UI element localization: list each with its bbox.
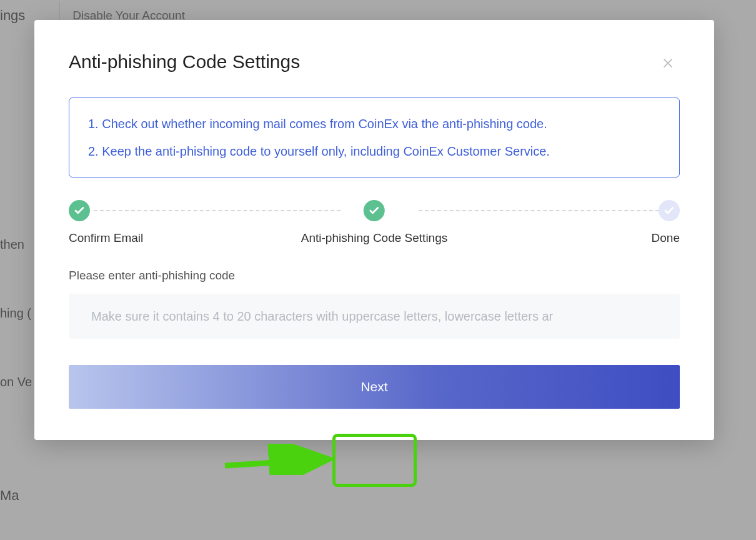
next-button[interactable]: Next (69, 365, 680, 409)
antiphishing-modal: Anti-phishing Code Settings 1. Check out… (34, 20, 714, 440)
info-line-2: 2. Keep the anti-phishing code to yourse… (88, 141, 660, 162)
step-circle-done (364, 200, 385, 221)
close-icon (662, 57, 674, 69)
check-icon (74, 205, 85, 216)
step-3: Done (652, 200, 680, 245)
step-connector (419, 210, 665, 211)
step-circle-done (69, 200, 90, 221)
stepper: Confirm Email Anti-phishing Code Setting… (69, 200, 680, 245)
antiphishing-code-input[interactable] (69, 294, 680, 339)
info-box: 1. Check out whether incoming mail comes… (69, 98, 680, 178)
close-button[interactable] (659, 54, 677, 72)
step-label: Done (652, 231, 680, 245)
step-1: Confirm Email (69, 200, 143, 245)
step-2: Anti-phishing Code Settings (301, 200, 447, 245)
step-label: Confirm Email (69, 231, 143, 245)
step-label: Anti-phishing Code Settings (301, 231, 447, 245)
check-icon (369, 205, 380, 216)
modal-title: Anti-phishing Code Settings (69, 51, 680, 72)
input-label: Please enter anti-phishing code (69, 269, 680, 282)
check-icon (664, 205, 675, 216)
next-button-label: Next (361, 379, 387, 394)
info-line-1: 1. Check out whether incoming mail comes… (88, 113, 660, 134)
step-circle-pending (659, 200, 680, 221)
